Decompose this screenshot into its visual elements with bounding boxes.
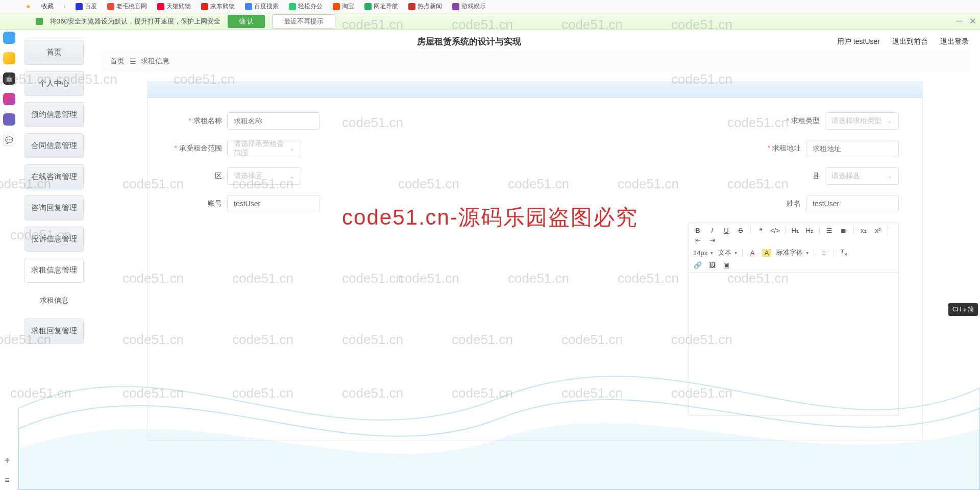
- video-icon[interactable]: ▣: [722, 261, 731, 269]
- outdent-icon[interactable]: ⇤: [693, 236, 702, 244]
- rich-text-editor: B I U S ❝ </> H₁ H₂ ☰: [689, 223, 899, 416]
- strike-icon[interactable]: S: [736, 227, 745, 234]
- code-icon[interactable]: </>: [770, 227, 780, 234]
- dock-menu-icon[interactable]: ≡: [5, 476, 9, 485]
- subscript-icon[interactable]: x₂: [859, 227, 868, 234]
- sidebar-item-consult[interactable]: 在线咨询管理: [24, 164, 84, 189]
- align-icon[interactable]: ≡: [819, 249, 828, 257]
- bookmark-baidu-search[interactable]: 百度搜索: [245, 2, 279, 11]
- label-rent-type: 求租类型: [791, 116, 820, 125]
- bookmark-game[interactable]: 游戏娱乐: [452, 2, 486, 11]
- bookmark-office[interactable]: 轻松办公: [289, 2, 323, 11]
- bookmark-tmall[interactable]: 天猫购物: [157, 2, 191, 11]
- ime-indicator[interactable]: CH ♪ 简: [948, 303, 978, 316]
- dock-bot-icon[interactable]: 🤖: [3, 72, 15, 85]
- breadcrumb: 首页 ☰ 求租信息: [101, 51, 969, 72]
- tmall-icon: [157, 3, 164, 10]
- chevron-down-icon: ⌄: [887, 173, 892, 180]
- underline-icon[interactable]: U: [722, 227, 731, 234]
- sidebar: 首页 个人中心 预约信息管理 合同信息管理 在线咨询管理 咨询回复管理 投诉信息…: [18, 30, 90, 490]
- dock-star-icon[interactable]: [3, 52, 15, 64]
- rent-type-select[interactable]: 请选择求租类型⌄: [825, 112, 899, 130]
- bookmark-news[interactable]: 热点新闻: [408, 2, 442, 11]
- sidebar-item-profile[interactable]: 个人中心: [24, 71, 84, 96]
- font-size-select[interactable]: 14px▾: [693, 249, 713, 257]
- crumb-home[interactable]: 首页: [110, 57, 125, 66]
- ul-icon[interactable]: ≣: [839, 227, 848, 234]
- italic-icon[interactable]: I: [707, 227, 717, 234]
- rent-addr-input[interactable]: [806, 140, 899, 157]
- form-card: *求租名称 *求租类型 请选择求租类型⌄ *承受租金范围 请选择承: [147, 81, 923, 441]
- bookmark-baidu[interactable]: 百度: [76, 2, 97, 11]
- label-rent-name: 求租名称: [193, 116, 222, 125]
- bg-color-icon[interactable]: A: [762, 249, 771, 257]
- editor-content[interactable]: [689, 273, 898, 415]
- bold-icon[interactable]: B: [693, 227, 702, 234]
- clear-format-icon[interactable]: T×: [839, 248, 848, 257]
- nav-icon: [364, 3, 372, 10]
- confirm-button[interactable]: 确 认: [228, 15, 265, 28]
- dock-app-icon[interactable]: [3, 32, 15, 44]
- user-label[interactable]: 用户 testUser: [837, 37, 880, 46]
- county-select[interactable]: 请选择县⌄: [825, 167, 899, 185]
- office-icon: [289, 3, 296, 10]
- site-icon: [107, 3, 114, 10]
- page-title: 房屋租赁系统的设计与实现: [101, 36, 837, 47]
- dock-chat-icon[interactable]: 💬: [3, 134, 15, 146]
- breadcrumb-sep-icon: ☰: [130, 57, 136, 65]
- dock-assist-icon[interactable]: [3, 113, 15, 126]
- label-rent-addr: 求租地址: [772, 144, 801, 152]
- ol-icon[interactable]: ☰: [825, 227, 834, 234]
- rent-range-select[interactable]: 请选择承受租金范围⌄: [227, 140, 301, 157]
- dock-ai-icon[interactable]: [3, 93, 15, 105]
- realname-input[interactable]: [806, 195, 899, 212]
- baidu-icon: [76, 3, 83, 10]
- chevron-down-icon: ⌄: [289, 145, 295, 152]
- rent-name-input[interactable]: [227, 112, 320, 130]
- indent-icon[interactable]: ⇥: [707, 236, 717, 244]
- bookmark-jd[interactable]: 京东购物: [201, 2, 235, 11]
- crumb-current: 求租信息: [141, 57, 169, 66]
- text-type-select[interactable]: 文本▾: [718, 248, 737, 257]
- district-select[interactable]: 请选择区⌄: [227, 167, 301, 185]
- bookmark-laomaotao[interactable]: 老毛桃官网: [107, 2, 147, 11]
- sidebar-item-consult-reply[interactable]: 咨询回复管理: [24, 195, 84, 220]
- to-frontend-link[interactable]: 退出到前台: [892, 37, 928, 46]
- bookmark-nav[interactable]: 网址导航: [364, 2, 398, 11]
- account-input[interactable]: [227, 195, 320, 212]
- font-color-icon[interactable]: A: [748, 249, 757, 257]
- h2-icon[interactable]: H₂: [805, 227, 814, 234]
- minimize-icon[interactable]: ─: [957, 16, 962, 26]
- bookmarks-bar: ★ 收藏 · 百度 老毛桃官网 天猫购物 京东购物 百度搜索 轻松办公 淘宝 网…: [0, 0, 980, 13]
- sidebar-item-home[interactable]: 首页: [24, 40, 84, 65]
- later-button[interactable]: 最近不再提示: [272, 14, 335, 29]
- close-icon[interactable]: ✕: [969, 16, 976, 26]
- font-family-select[interactable]: 标准字体▾: [776, 248, 808, 257]
- sidebar-item-reservation[interactable]: 预约信息管理: [24, 102, 84, 127]
- fav-label[interactable]: 收藏: [41, 2, 54, 11]
- sidebar-item-contract[interactable]: 合同信息管理: [24, 133, 84, 158]
- dock-add-icon[interactable]: +: [4, 455, 10, 467]
- notice-bar: 将360安全浏览器设为默认，提升打开速度，保护上网安全 确 认 最近不再提示 ─…: [0, 13, 980, 30]
- game-icon: [452, 3, 459, 10]
- chevron-down-icon: ⌄: [289, 173, 295, 180]
- sidebar-item-rent-info[interactable]: 求租信息管理: [24, 258, 84, 283]
- link-icon[interactable]: 🔗: [693, 261, 702, 269]
- sidebar-sub-rent-info[interactable]: 求租信息: [24, 289, 84, 312]
- superscript-icon[interactable]: x²: [873, 227, 883, 234]
- label-realname: 姓名: [787, 199, 801, 207]
- sidebar-item-complaint[interactable]: 投诉信息管理: [24, 227, 84, 252]
- bookmark-taobao[interactable]: 淘宝: [333, 2, 354, 11]
- main-content: 房屋租赁系统的设计与实现 用户 testUser 退出到前台 退出登录 首页 ☰…: [90, 30, 980, 490]
- sidebar-item-rent-reply[interactable]: 求租回复管理: [24, 318, 84, 344]
- notice-text: 将360安全浏览器设为默认，提升打开速度，保护上网安全: [50, 17, 220, 26]
- image-icon[interactable]: 🖼: [707, 261, 717, 269]
- label-county: 县: [813, 172, 820, 180]
- news-icon: [408, 3, 415, 10]
- quote-icon[interactable]: ❝: [756, 227, 765, 234]
- label-district: 区: [215, 172, 222, 180]
- h1-icon[interactable]: H₁: [791, 227, 800, 234]
- logout-link[interactable]: 退出登录: [940, 37, 969, 46]
- jd-icon: [201, 3, 208, 10]
- search-icon: [245, 3, 252, 10]
